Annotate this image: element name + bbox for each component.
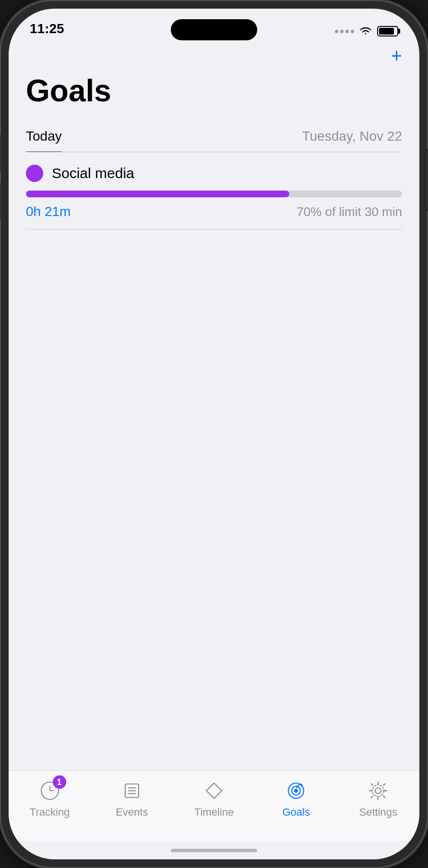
tab-bar: Today Tuesday, Nov 22	[26, 123, 402, 152]
main-content: + Goals Today Tuesday, Nov 22 Social med…	[9, 41, 419, 770]
tab-navigation: 1 Tracking Events	[9, 770, 419, 841]
clock-icon: 1	[37, 778, 62, 803]
signal-dot-1	[335, 30, 338, 33]
phone-frame: 11:25	[0, 0, 428, 868]
wifi-icon	[359, 26, 372, 36]
goal-item[interactable]: Social media 0h 21m 70% of limit 30 min	[26, 153, 402, 229]
phone-screen: 11:25	[9, 9, 419, 859]
tab-date: Tuesday, Nov 22	[302, 123, 402, 152]
svg-point-14	[375, 788, 381, 794]
add-goal-button[interactable]: +	[391, 46, 402, 65]
volume-down-button[interactable]	[0, 182, 1, 221]
progress-bar-container	[26, 191, 402, 197]
dynamic-island	[171, 19, 257, 40]
goal-limit-label: 70% of limit 30 min	[297, 205, 402, 219]
goal-stats: 0h 21m 70% of limit 30 min	[26, 204, 402, 219]
nav-item-timeline[interactable]: Timeline	[183, 778, 245, 819]
goal-name: Social media	[52, 165, 134, 181]
volume-up-button[interactable]	[0, 134, 1, 173]
goal-header: Social media	[26, 165, 402, 182]
diamond-icon	[202, 778, 226, 803]
nav-label-timeline: Timeline	[194, 806, 234, 819]
page-title: Goals	[26, 73, 402, 108]
nav-item-settings[interactable]: Settings	[347, 778, 409, 819]
home-bar	[171, 849, 257, 852]
signal-dots	[335, 30, 354, 33]
nav-label-tracking: Tracking	[30, 806, 70, 819]
nav-label-events: Events	[116, 806, 148, 819]
nav-label-goals: Goals	[282, 806, 309, 819]
svg-point-10	[295, 789, 297, 792]
signal-dot-2	[340, 30, 344, 33]
nav-label-settings: Settings	[359, 806, 398, 819]
nav-item-events[interactable]: Events	[101, 778, 163, 819]
target-icon	[284, 778, 309, 803]
battery-icon	[377, 26, 398, 36]
status-icons	[335, 26, 398, 36]
goal-list: Social media 0h 21m 70% of limit 30 min	[26, 153, 402, 229]
header: +	[26, 41, 402, 65]
signal-dot-3	[345, 30, 349, 33]
status-time: 11:25	[30, 21, 64, 36]
progress-bar-fill	[26, 191, 289, 197]
tab-today[interactable]: Today	[26, 123, 62, 152]
nav-item-goals[interactable]: Goals	[265, 778, 327, 819]
home-indicator	[9, 841, 419, 859]
nav-item-tracking[interactable]: 1 Tracking	[19, 778, 81, 819]
svg-point-15	[372, 785, 384, 796]
goal-elapsed-time: 0h 21m	[26, 204, 71, 219]
battery-fill	[379, 28, 394, 35]
goal-color-dot	[26, 165, 43, 182]
svg-marker-7	[206, 783, 222, 798]
list-icon	[119, 778, 144, 803]
gear-icon	[366, 778, 391, 803]
tracking-badge: 1	[53, 775, 66, 789]
signal-dot-4	[351, 30, 354, 33]
